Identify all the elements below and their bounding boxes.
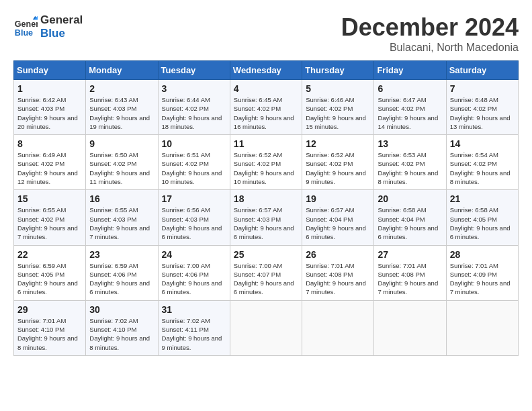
day-info: Sunrise: 6:57 AMSunset: 4:03 PMDaylight:… (234, 205, 298, 241)
day-number: 4 (234, 83, 298, 94)
calendar-cell: 29Sunrise: 7:01 AMSunset: 4:10 PMDayligh… (14, 300, 86, 355)
day-info: Sunrise: 6:55 AMSunset: 4:03 PMDaylight:… (89, 205, 154, 241)
calendar-cell: 11Sunrise: 6:52 AMSunset: 4:02 PMDayligh… (230, 135, 302, 190)
calendar-cell: 14Sunrise: 6:54 AMSunset: 4:02 PMDayligh… (446, 135, 518, 190)
day-number: 23 (89, 249, 154, 260)
day-info: Sunrise: 7:01 AMSunset: 4:10 PMDaylight:… (17, 316, 82, 352)
day-number: 25 (234, 249, 298, 260)
day-info: Sunrise: 7:02 AMSunset: 4:10 PMDaylight:… (89, 316, 154, 352)
day-info: Sunrise: 6:49 AMSunset: 4:02 PMDaylight:… (17, 150, 82, 186)
calendar-cell: 27Sunrise: 7:01 AMSunset: 4:08 PMDayligh… (374, 245, 446, 300)
day-info: Sunrise: 6:55 AMSunset: 4:02 PMDaylight:… (17, 205, 82, 241)
day-info: Sunrise: 6:45 AMSunset: 4:02 PMDaylight:… (234, 95, 298, 131)
calendar-cell: 3Sunrise: 6:44 AMSunset: 4:02 PMDaylight… (158, 80, 230, 135)
calendar-week-row: 8Sunrise: 6:49 AMSunset: 4:02 PMDaylight… (14, 135, 519, 190)
day-info: Sunrise: 6:58 AMSunset: 4:05 PMDaylight:… (450, 205, 515, 241)
day-info: Sunrise: 6:50 AMSunset: 4:02 PMDaylight:… (89, 150, 154, 186)
day-header-thursday: Thursday (302, 61, 374, 80)
calendar-cell (230, 300, 302, 355)
day-number: 15 (17, 193, 82, 204)
calendar-cell (374, 300, 446, 355)
day-number: 30 (89, 304, 154, 315)
day-header-monday: Monday (86, 61, 158, 80)
calendar-cell: 2Sunrise: 6:43 AMSunset: 4:03 PMDaylight… (86, 80, 158, 135)
day-number: 7 (450, 83, 515, 94)
location-subtitle: Bulacani, North Macedonia (341, 42, 519, 54)
day-info: Sunrise: 6:59 AMSunset: 4:05 PMDaylight:… (17, 261, 82, 297)
calendar-cell: 31Sunrise: 7:02 AMSunset: 4:11 PMDayligh… (158, 300, 230, 355)
day-number: 20 (378, 193, 442, 204)
day-number: 14 (450, 138, 515, 149)
month-title: December 2024 (341, 13, 519, 42)
day-info: Sunrise: 6:59 AMSunset: 4:06 PMDaylight:… (89, 261, 154, 297)
calendar-week-row: 15Sunrise: 6:55 AMSunset: 4:02 PMDayligh… (14, 190, 519, 245)
day-number: 13 (378, 138, 442, 149)
calendar-cell: 26Sunrise: 7:01 AMSunset: 4:08 PMDayligh… (302, 245, 374, 300)
calendar-table: SundayMondayTuesdayWednesdayThursdayFrid… (13, 60, 519, 356)
day-number: 29 (17, 304, 82, 315)
day-number: 8 (17, 138, 82, 149)
day-info: Sunrise: 6:46 AMSunset: 4:02 PMDaylight:… (306, 95, 370, 131)
calendar-cell: 18Sunrise: 6:57 AMSunset: 4:03 PMDayligh… (230, 190, 302, 245)
day-header-saturday: Saturday (446, 61, 518, 80)
day-header-sunday: Sunday (14, 61, 86, 80)
calendar-week-row: 22Sunrise: 6:59 AMSunset: 4:05 PMDayligh… (14, 245, 519, 300)
day-header-wednesday: Wednesday (230, 61, 302, 80)
day-info: Sunrise: 7:01 AMSunset: 4:08 PMDaylight:… (378, 261, 442, 297)
calendar-cell: 8Sunrise: 6:49 AMSunset: 4:02 PMDaylight… (14, 135, 86, 190)
day-number: 10 (162, 138, 226, 149)
calendar-cell: 5Sunrise: 6:46 AMSunset: 4:02 PMDaylight… (302, 80, 374, 135)
calendar-cell: 25Sunrise: 7:00 AMSunset: 4:07 PMDayligh… (230, 245, 302, 300)
day-number: 27 (378, 249, 442, 260)
calendar-cell: 4Sunrise: 6:45 AMSunset: 4:02 PMDaylight… (230, 80, 302, 135)
calendar-cell (302, 300, 374, 355)
calendar-cell: 9Sunrise: 6:50 AMSunset: 4:02 PMDaylight… (86, 135, 158, 190)
day-number: 21 (450, 193, 515, 204)
logo: General Blue General Blue (13, 13, 83, 41)
day-number: 12 (306, 138, 370, 149)
logo-blue: Blue (40, 27, 83, 40)
calendar-cell: 16Sunrise: 6:55 AMSunset: 4:03 PMDayligh… (86, 190, 158, 245)
logo-icon: General Blue (13, 15, 38, 39)
calendar-cell: 15Sunrise: 6:55 AMSunset: 4:02 PMDayligh… (14, 190, 86, 245)
day-info: Sunrise: 6:44 AMSunset: 4:02 PMDaylight:… (162, 95, 226, 131)
calendar-cell: 19Sunrise: 6:57 AMSunset: 4:04 PMDayligh… (302, 190, 374, 245)
calendar-cell (446, 300, 518, 355)
day-info: Sunrise: 6:52 AMSunset: 4:02 PMDaylight:… (234, 150, 298, 186)
day-info: Sunrise: 7:01 AMSunset: 4:08 PMDaylight:… (306, 261, 370, 297)
day-info: Sunrise: 7:02 AMSunset: 4:11 PMDaylight:… (162, 316, 226, 352)
calendar-cell: 22Sunrise: 6:59 AMSunset: 4:05 PMDayligh… (14, 245, 86, 300)
day-number: 9 (89, 138, 154, 149)
calendar-week-row: 29Sunrise: 7:01 AMSunset: 4:10 PMDayligh… (14, 300, 519, 355)
day-info: Sunrise: 6:47 AMSunset: 4:02 PMDaylight:… (378, 95, 442, 131)
calendar-cell: 24Sunrise: 7:00 AMSunset: 4:06 PMDayligh… (158, 245, 230, 300)
day-info: Sunrise: 6:53 AMSunset: 4:02 PMDaylight:… (378, 150, 442, 186)
day-info: Sunrise: 6:54 AMSunset: 4:02 PMDaylight:… (450, 150, 515, 186)
day-info: Sunrise: 6:56 AMSunset: 4:03 PMDaylight:… (162, 205, 226, 241)
calendar-cell: 21Sunrise: 6:58 AMSunset: 4:05 PMDayligh… (446, 190, 518, 245)
day-info: Sunrise: 6:58 AMSunset: 4:04 PMDaylight:… (378, 205, 442, 241)
page-header: General Blue General Blue December 2024 … (13, 13, 519, 54)
day-header-tuesday: Tuesday (158, 61, 230, 80)
day-info: Sunrise: 6:57 AMSunset: 4:04 PMDaylight:… (306, 205, 370, 241)
day-info: Sunrise: 6:42 AMSunset: 4:03 PMDaylight:… (17, 95, 82, 131)
title-block: December 2024 Bulacani, North Macedonia (341, 13, 519, 54)
calendar-cell: 1Sunrise: 6:42 AMSunset: 4:03 PMDaylight… (14, 80, 86, 135)
calendar-header-row: SundayMondayTuesdayWednesdayThursdayFrid… (14, 61, 519, 80)
calendar-cell: 13Sunrise: 6:53 AMSunset: 4:02 PMDayligh… (374, 135, 446, 190)
day-number: 2 (89, 83, 154, 94)
day-number: 5 (306, 83, 370, 94)
day-number: 26 (306, 249, 370, 260)
day-info: Sunrise: 7:00 AMSunset: 4:06 PMDaylight:… (162, 261, 226, 297)
logo-general: General (40, 13, 83, 27)
day-info: Sunrise: 6:51 AMSunset: 4:02 PMDaylight:… (162, 150, 226, 186)
calendar-cell: 23Sunrise: 6:59 AMSunset: 4:06 PMDayligh… (86, 245, 158, 300)
calendar-cell: 20Sunrise: 6:58 AMSunset: 4:04 PMDayligh… (374, 190, 446, 245)
day-number: 3 (162, 83, 226, 94)
day-number: 31 (162, 304, 226, 315)
day-number: 28 (450, 249, 515, 260)
day-number: 16 (89, 193, 154, 204)
day-number: 6 (378, 83, 442, 94)
day-number: 19 (306, 193, 370, 204)
day-number: 11 (234, 138, 298, 149)
